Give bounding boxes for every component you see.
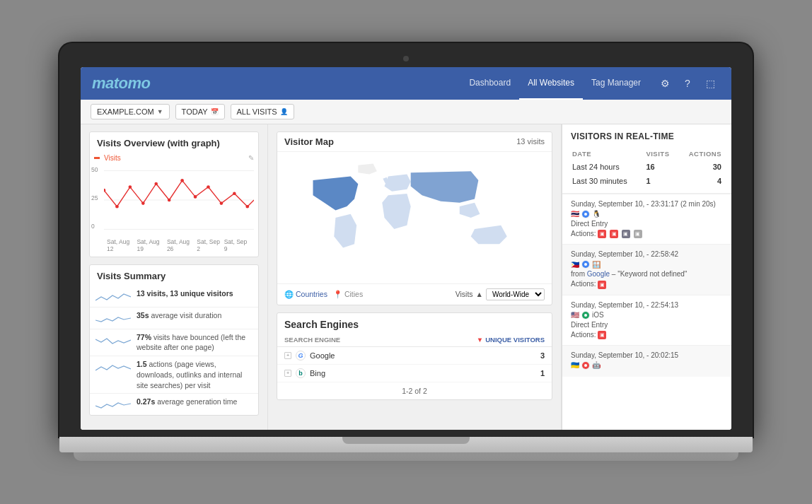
date-selector-button[interactable]: TODAY 📅 — [175, 104, 225, 119]
action-icon-1b: ▣ — [610, 230, 618, 238]
x-label-3: Sat, Aug 26 — [167, 238, 197, 252]
laptop-screen: matomo Dashboard All Websites Tag Manage… — [81, 67, 731, 430]
svg-point-18 — [584, 263, 587, 266]
browser-opera-4 — [581, 361, 590, 370]
chart-area: 50 25 0 — [90, 165, 258, 257]
action-icon-3a: ▣ — [598, 331, 606, 339]
nav-links: Dashboard All Websites Tag Manager — [460, 67, 649, 100]
browser-chrome-1 — [581, 210, 590, 218]
bing-expand-btn[interactable]: + — [284, 370, 291, 377]
map-tab-cities[interactable]: 📍 Cities — [333, 290, 363, 299]
countries-tab-label: Countries — [296, 290, 327, 298]
legend-label: Visits — [104, 154, 121, 162]
segment-selector-button[interactable]: ALL VISITS 👤 — [231, 104, 294, 119]
sparkline-actions — [95, 361, 131, 375]
flag-usa: 🇺🇸 — [571, 311, 579, 319]
left-panel: Visits Overview (with graph) Visits ✎ 50… — [81, 124, 268, 430]
rt-actions-24h: 30 — [678, 160, 721, 173]
os-ios-3: iOS — [592, 311, 604, 319]
rt-col-date: DATE — [572, 148, 644, 159]
summary-item-visits: 13 visits, 13 unique visitors — [90, 286, 258, 307]
sparkline-duration — [95, 312, 131, 326]
x-label-1: Sat, Aug 12 — [107, 238, 137, 252]
action-icon-2a: ▣ — [598, 281, 606, 289]
rt-visit-time-1: Sunday, September 10, - 23:31:17 (2 min … — [571, 200, 723, 208]
site-selector-button[interactable]: EXAMPLE.COM ▼ — [91, 104, 170, 119]
y-label-50: 50 — [91, 166, 98, 173]
logout-icon[interactable]: ⬚ — [700, 74, 720, 93]
bing-value: 1 — [540, 369, 545, 377]
segment-selector-label: ALL VISITS — [237, 107, 277, 116]
map-header: Visitor Map 13 visits — [277, 132, 552, 152]
visits-chart-svg — [104, 165, 254, 235]
metric-label: Visits — [456, 290, 473, 298]
globe-icon: 🌐 — [284, 290, 294, 299]
google-value: 3 — [540, 351, 545, 360]
map-title: Visitor Map — [284, 136, 334, 147]
svg-point-5 — [129, 185, 132, 189]
se-row-bing: + b Bing 1 — [277, 365, 552, 382]
source-google-link[interactable]: Google — [587, 270, 610, 278]
os-windows-2: 🪟 — [592, 261, 601, 269]
browser-chrome-2 — [581, 260, 590, 269]
svg-point-7 — [154, 182, 158, 185]
se-col-search-engine: SEARCH ENGINE — [284, 336, 340, 344]
flag-thailand: 🇹🇭 — [571, 210, 579, 218]
logo: matomo — [92, 74, 151, 93]
chart-edit-icon[interactable]: ✎ — [248, 154, 254, 162]
rt-visit-item-1: Sunday, September 10, - 23:31:17 (2 min … — [562, 194, 731, 244]
se-row-bing-left: + b Bing — [284, 368, 325, 378]
rt-visit-time-4: Sunday, September 10, - 20:02:15 — [571, 351, 723, 359]
rt-label-24h: Last 24 hours — [572, 160, 644, 173]
rt-visit-source-1: Direct Entry — [571, 220, 723, 228]
summary-text-actions: 1.5 actions (page views, downloads, outl… — [137, 359, 253, 390]
action-icon-1c: ▣ — [622, 230, 630, 238]
svg-point-4 — [115, 205, 119, 209]
svg-point-14 — [245, 205, 249, 209]
header: matomo Dashboard All Websites Tag Manage… — [81, 67, 731, 100]
nav-dashboard[interactable]: Dashboard — [460, 67, 519, 100]
chart-x-labels: Sat, Aug 12 Sat, Aug 19 Sat, Aug 26 Sat,… — [104, 238, 254, 252]
rt-visits-30m: 1 — [646, 175, 677, 187]
svg-point-9 — [180, 179, 184, 182]
google-expand-btn[interactable]: + — [284, 352, 291, 359]
se-col-unique-visitors: ▼ UNIQUE VISITORS — [477, 336, 545, 344]
middle-panel: Visitor Map 13 visits — [268, 124, 562, 430]
rt-stat-row-24h: Last 24 hours 16 30 — [572, 160, 721, 173]
cities-tab-label: Cities — [344, 290, 363, 298]
map-select: Visits ▲ World-Wide — [456, 288, 545, 300]
visitor-map-widget: Visitor Map 13 visits — [277, 131, 552, 305]
bing-label: Bing — [310, 369, 325, 377]
summary-item-bounce: 77% visits have bounced (left the websit… — [90, 329, 258, 356]
map-tab-countries[interactable]: 🌐 Countries — [284, 290, 327, 299]
main-content: Visits Overview (with graph) Visits ✎ 50… — [81, 124, 731, 430]
logo-text: matomo — [92, 74, 151, 92]
summary-text-duration: 35s average visit duration — [137, 310, 221, 321]
svg-point-16 — [584, 213, 587, 216]
se-row-google-left: + G Google — [284, 351, 335, 361]
rt-title: Visitors in Real-time — [571, 131, 723, 141]
rt-visit-actions-2: Actions: ▣ — [571, 280, 723, 288]
site-selector-label: EXAMPLE.COM — [97, 107, 154, 116]
help-icon[interactable]: ? — [678, 74, 697, 93]
rt-visit-flags-2: 🇵🇭 🪟 — [571, 260, 723, 269]
nav-all-websites[interactable]: All Websites — [519, 67, 583, 100]
app: matomo Dashboard All Websites Tag Manage… — [81, 67, 731, 430]
settings-icon[interactable]: ⚙ — [655, 74, 675, 93]
laptop-base — [59, 437, 753, 452]
rt-header: Visitors in Real-time DATE VISITS ACTION… — [562, 124, 731, 194]
os-linux-1: 🐧 — [592, 210, 601, 218]
map-visits-count: 13 visits — [516, 137, 545, 146]
se-header: Search Engines — [277, 313, 552, 333]
os-android-4: 🤖 — [592, 361, 601, 369]
nav-tag-manager[interactable]: Tag Manager — [583, 67, 649, 100]
x-label-5: Sat, Sep 9 — [224, 238, 251, 252]
summary-text-visits: 13 visits, 13 unique visitors — [137, 288, 233, 299]
google-label: Google — [310, 351, 335, 360]
toolbar: EXAMPLE.COM ▼ TODAY 📅 ALL VISITS 👤 — [81, 100, 731, 124]
region-select[interactable]: World-Wide — [486, 288, 545, 300]
site-selector-arrow: ▼ — [157, 108, 163, 115]
segment-selector-icon: 👤 — [280, 108, 288, 115]
svg-point-8 — [168, 198, 171, 201]
visits-overview-widget: Visits Overview (with graph) Visits ✎ 50… — [89, 131, 259, 257]
